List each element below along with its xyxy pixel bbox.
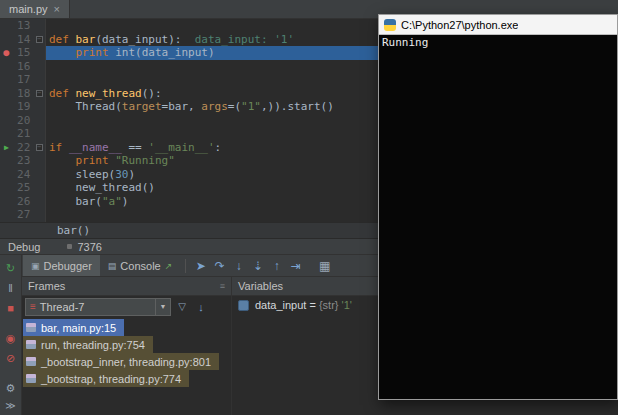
gutter[interactable]: 24 — [0, 168, 46, 182]
fold-marker-icon[interactable]: − — [36, 90, 43, 97]
gutter-icon-slot — [0, 33, 13, 47]
debug-left-toolbar: ↻‖■◉⊘⚙≫ — [0, 255, 22, 415]
gutter[interactable]: 14− — [0, 33, 46, 47]
step-into-icon[interactable]: ↓ — [229, 257, 248, 275]
run-arrow-icon[interactable]: ▶ — [0, 141, 13, 155]
fold-column — [33, 195, 45, 209]
frame-icon — [26, 374, 36, 383]
gutter-icon-slot — [0, 208, 13, 222]
pause-icon[interactable]: ‖ — [3, 280, 19, 296]
line-number: 27 — [13, 208, 34, 222]
tab-debugger[interactable]: ▣ Debugger — [23, 255, 100, 276]
breadcrumb-item[interactable]: bar() — [57, 224, 90, 237]
force-step-into-icon[interactable]: ⇣ — [248, 257, 267, 275]
line-number: 25 — [13, 181, 34, 195]
console-tab-label: Console — [120, 260, 160, 272]
rerun-icon[interactable]: ↻ — [3, 260, 19, 276]
chevron-down-icon[interactable]: ▼ — [155, 299, 170, 315]
line-number: 24 — [13, 168, 34, 182]
frame-row[interactable]: run, threading.py:754 — [23, 336, 153, 353]
filter-frames-icon[interactable]: ▽ — [174, 301, 190, 312]
debugger-tab-label: Debugger — [44, 260, 92, 272]
console-output: Running — [379, 35, 617, 399]
panel-menu-icon[interactable]: ≡ — [220, 281, 225, 291]
gutter[interactable]: 19 — [0, 100, 46, 114]
frame-row[interactable]: _bootstrap, threading.py:774 — [23, 370, 189, 387]
frame-row[interactable]: bar, main.py:15 — [23, 319, 124, 336]
collapse-icon[interactable]: ≫ — [3, 397, 19, 413]
line-number: 20 — [13, 114, 34, 128]
frame-label: run, threading.py:754 — [41, 339, 145, 351]
gutter[interactable]: 16 — [0, 60, 46, 74]
line-number: 21 — [13, 127, 34, 141]
line-number: 26 — [13, 195, 34, 209]
fold-column — [33, 114, 45, 128]
line-number: 14 — [13, 33, 34, 47]
settings-gear-icon[interactable]: ⚙ — [3, 380, 19, 396]
gutter-icon-slot — [0, 127, 13, 141]
gutter[interactable]: 20 — [0, 114, 46, 128]
toolbar-separator — [185, 259, 186, 273]
gutter-icon-slot — [0, 73, 13, 87]
fold-column: − — [33, 33, 45, 47]
variable-icon — [238, 300, 249, 311]
stop-icon[interactable]: ■ — [3, 300, 19, 316]
line-number: 13 — [13, 19, 34, 33]
gutter-icon-slot — [0, 181, 13, 195]
fold-marker-icon[interactable]: − — [36, 36, 43, 43]
tab-label: main.py — [9, 3, 48, 15]
line-number: 22 — [13, 141, 34, 155]
frame-label: bar, main.py:15 — [41, 322, 116, 334]
console-titlebar[interactable]: C:\Python27\python.exe — [379, 15, 617, 35]
gutter[interactable]: 18− — [0, 87, 46, 101]
thread-selector-row: ≡ Thread-7 ▼ ▽ ↓ — [22, 296, 231, 317]
tab-main-py[interactable]: main.py × — [0, 0, 70, 18]
fold-column — [33, 181, 45, 195]
gutter[interactable]: 27 — [0, 208, 46, 222]
fold-marker-icon[interactable]: − — [36, 144, 43, 151]
fold-column: − — [33, 87, 45, 101]
fold-column — [33, 168, 45, 182]
gutter[interactable]: 23 — [0, 154, 46, 168]
fold-column — [33, 154, 45, 168]
mute-breakpoints-icon[interactable]: ⊘ — [3, 350, 19, 366]
gutter[interactable]: ▶22− — [0, 141, 46, 155]
frames-panel-header: Frames ≡ — [22, 277, 231, 296]
evaluate-expression-icon[interactable]: ▦ — [315, 257, 334, 275]
frame-row[interactable]: _bootstrap_inner, threading.py:801 — [23, 353, 219, 370]
gutter[interactable]: 25 — [0, 181, 46, 195]
gutter[interactable]: 26 — [0, 195, 46, 209]
frame-label: _bootstrap, threading.py:774 — [41, 373, 181, 385]
line-number: 16 — [13, 60, 34, 74]
navigate-down-icon[interactable]: ↓ — [193, 301, 209, 313]
fold-column — [33, 73, 45, 87]
view-breakpoints-icon[interactable]: ◉ — [3, 330, 19, 346]
frame-icon — [26, 323, 36, 332]
fold-column — [33, 46, 45, 60]
gutter-icon-slot — [0, 195, 13, 209]
fold-column — [33, 100, 45, 114]
python-console-window[interactable]: C:\Python27\python.exe Running — [378, 14, 618, 400]
step-over-icon[interactable]: ↷ — [210, 257, 229, 275]
close-icon[interactable]: × — [54, 3, 60, 15]
gutter[interactable]: 17 — [0, 73, 46, 87]
thread-selector[interactable]: ≡ Thread-7 ▼ — [25, 298, 171, 316]
line-number: 15 — [13, 46, 34, 60]
tab-console[interactable]: ▤ Console ↗ — [100, 255, 180, 276]
step-icons: ➤↷↓⇣↑⇥▦ — [191, 257, 334, 275]
gutter-icon-slot — [0, 87, 13, 101]
step-out-icon[interactable]: ↑ — [267, 257, 286, 275]
run-to-cursor-icon[interactable]: ⇥ — [286, 257, 305, 275]
fold-column: − — [33, 141, 45, 155]
line-number: 18 — [13, 87, 34, 101]
show-execution-point-icon[interactable]: ➤ — [191, 257, 210, 275]
gutter-icon-slot — [0, 60, 13, 74]
gutter[interactable]: 13 — [0, 19, 46, 33]
breakpoint-icon[interactable]: ● — [0, 46, 13, 60]
debug-session-tab[interactable]: 7376 — [77, 241, 101, 253]
gutter[interactable]: ●15 — [0, 46, 46, 60]
gutter[interactable]: 21 — [0, 127, 46, 141]
gutter-icon-slot — [0, 114, 13, 128]
python-icon — [384, 19, 396, 31]
gutter-icon-slot — [0, 154, 13, 168]
